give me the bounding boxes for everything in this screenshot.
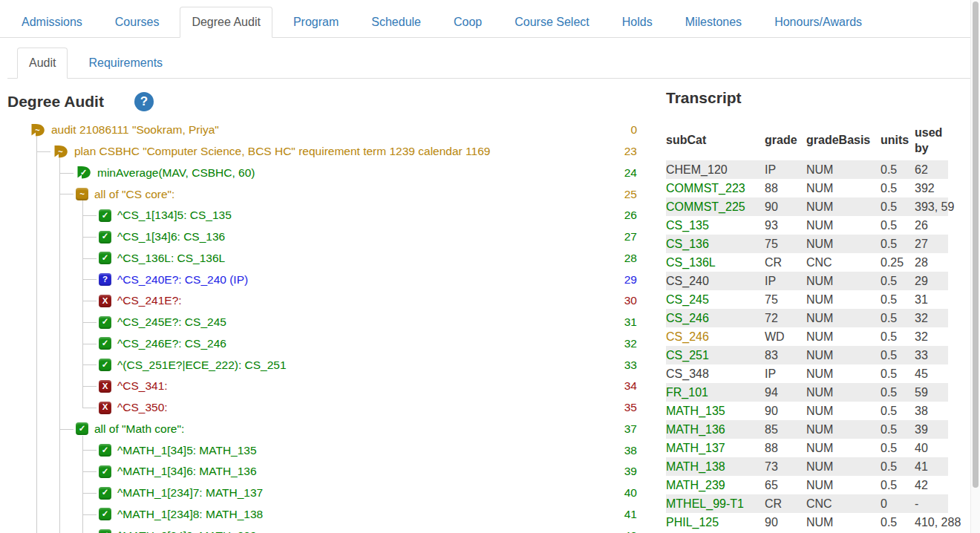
cell-gradebasis: NUM (806, 386, 881, 399)
flag-tilde-icon[interactable]: ~ (53, 145, 68, 159)
check-icon[interactable]: ✓ (99, 444, 111, 457)
table-row: CS_25183NUM0.533 (666, 346, 948, 364)
tree-node-line-number: 26 (624, 209, 637, 222)
cell-gradebasis: NUM (806, 423, 881, 436)
tree-node-label[interactable]: ^MATH_1[234]7: MATH_137 (117, 486, 263, 500)
tree-node-line-number: 31 (624, 315, 637, 329)
tree-node-label[interactable]: ^CS_245E?: CS_245 (117, 315, 226, 329)
x-icon[interactable]: X (99, 380, 111, 393)
flag-check-icon[interactable]: ✓ (76, 166, 91, 180)
column-header-grade: grade (765, 133, 806, 148)
tree-node-line-number: 23 (624, 145, 637, 158)
flag-tilde-icon[interactable]: ~ (30, 123, 45, 137)
cell-grade: 93 (765, 219, 806, 232)
question-icon[interactable]: ? (99, 273, 111, 286)
tab-degree-audit[interactable]: Degree Audit (180, 7, 272, 38)
tree-node-label[interactable]: audit 21086111 "Sookram, Priya" (51, 123, 219, 137)
tree-node-label[interactable]: ^CS_241E?: (117, 294, 182, 307)
check-icon[interactable]: ✓ (99, 487, 111, 500)
check-icon[interactable]: ✓ (99, 508, 111, 520)
check-icon[interactable]: ✓ (99, 359, 111, 371)
cell-units: 0.5 (881, 182, 915, 195)
tree-node-label[interactable]: ^CS_240E?: CS_240 (IP) (117, 273, 248, 287)
tree-node-line-number: 27 (624, 230, 637, 243)
scrollbar[interactable] (970, 0, 980, 533)
tree-node-line-number: 42 (624, 529, 637, 533)
tab-honours-awards[interactable]: Honours/Awards (762, 7, 874, 38)
degree-audit-tree: ~audit 21086111 "Sookram, Priya"0~plan C… (7, 120, 637, 533)
cell-used-by: 32 (915, 312, 948, 325)
cell-gradebasis: NUM (806, 442, 881, 455)
tree-node-label[interactable]: ^CS_246E?: CS_246 (117, 337, 226, 350)
cell-grade: 88 (765, 182, 806, 195)
svg-text:~: ~ (35, 125, 40, 134)
tree-node-label[interactable]: plan CSBHC "Computer Science, BCS HC" re… (74, 145, 490, 158)
tab-schedule[interactable]: Schedule (359, 7, 433, 38)
sub-tabs: AuditRequirements (7, 41, 970, 79)
tree-row: ✓^MATH_2[34]9: MATH_23942 (7, 525, 637, 533)
tree-node-label[interactable]: ^CS_1[134]5: CS_135 (117, 209, 232, 222)
cell-grade: 90 (765, 200, 806, 214)
cell-grade: IP (765, 367, 806, 381)
check-icon[interactable]: ✓ (99, 529, 111, 533)
tree-node-label[interactable]: ^MATH_1[34]5: MATH_135 (117, 444, 257, 457)
tab-coop[interactable]: Coop (442, 7, 494, 38)
tree-node-label[interactable]: ^MATH_2[34]9: MATH_239 (117, 529, 257, 533)
tree-node-label[interactable]: ^MATH_1[234]8: MATH_138 (117, 508, 263, 521)
tree-node-label[interactable]: ^MATH_1[34]6: MATH_136 (117, 465, 257, 478)
tilde-icon[interactable]: ~ (76, 188, 88, 200)
cell-units: 0.5 (881, 386, 915, 399)
tab-program[interactable]: Program (281, 7, 350, 38)
cell-units: 0 (881, 497, 915, 511)
tree-node-label[interactable]: minAverage(MAV, CSBHC, 60) (97, 166, 255, 180)
cell-subcat: CHEM_120 (666, 163, 765, 177)
tree-node-label[interactable]: ^CS_1[34]6: CS_136 (117, 230, 225, 243)
tree-node-label[interactable]: ^CS_136L: CS_136L (117, 252, 225, 265)
x-icon[interactable]: X (99, 402, 111, 414)
cell-gradebasis: NUM (806, 367, 881, 381)
scrollbar-thumb[interactable] (973, 1, 979, 488)
table-row: CS_240IPNUM0.529 (666, 272, 948, 290)
check-icon[interactable]: ✓ (76, 422, 88, 435)
tab-milestones[interactable]: Milestones (673, 7, 754, 38)
tab-holds[interactable]: Holds (610, 7, 664, 38)
check-icon[interactable]: ✓ (99, 465, 111, 478)
cell-used-by: 62 (915, 163, 948, 177)
check-icon[interactable]: ✓ (99, 252, 111, 264)
tree-node-line-number: 34 (624, 379, 637, 393)
transcript-title: Transcript (666, 89, 948, 107)
help-icon[interactable]: ? (134, 92, 154, 111)
cell-grade: 90 (765, 405, 806, 418)
tree-node-line-number: 35 (624, 401, 637, 414)
cell-gradebasis: NUM (806, 479, 881, 492)
subtab-requirements[interactable]: Requirements (76, 48, 174, 79)
cell-gradebasis: NUM (806, 312, 881, 325)
tree-node-label[interactable]: all of "Math core": (94, 422, 184, 436)
cell-grade: 94 (765, 386, 806, 399)
cell-gradebasis: NUM (806, 349, 881, 362)
tree-node-label[interactable]: ^(CS_251E?|ECE_222): CS_251 (117, 359, 287, 372)
table-row: COMMST_22590NUM0.5393, 59 (666, 197, 948, 216)
cell-used-by: 41 (915, 460, 948, 474)
tree-node-label[interactable]: all of "CS core": (94, 188, 174, 201)
x-icon[interactable]: X (99, 295, 111, 307)
cell-grade: 90 (765, 516, 806, 529)
check-icon[interactable]: ✓ (99, 231, 111, 243)
cell-used-by: 59 (915, 386, 948, 399)
tree-node-label[interactable]: ^CS_350: (117, 401, 168, 414)
cell-subcat: CS_135 (666, 219, 765, 232)
tab-courses[interactable]: Courses (103, 7, 172, 38)
cell-grade: WD (765, 330, 806, 344)
tab-admissions[interactable]: Admissions (10, 7, 94, 38)
tab-course-select[interactable]: Course Select (503, 7, 601, 38)
subtab-audit[interactable]: Audit (17, 48, 68, 79)
check-icon[interactable]: ✓ (99, 337, 111, 350)
tree-node-label[interactable]: ^CS_341: (117, 379, 168, 393)
check-icon[interactable]: ✓ (99, 316, 111, 329)
cell-used-by: 45 (915, 367, 948, 381)
check-icon[interactable]: ✓ (99, 209, 111, 222)
tree-node-line-number: 32 (624, 337, 637, 350)
main-tabs: AdmissionsCoursesDegree AuditProgramSche… (0, 0, 970, 38)
cell-subcat: CS_246 (666, 330, 765, 344)
cell-grade: IP (765, 163, 806, 177)
